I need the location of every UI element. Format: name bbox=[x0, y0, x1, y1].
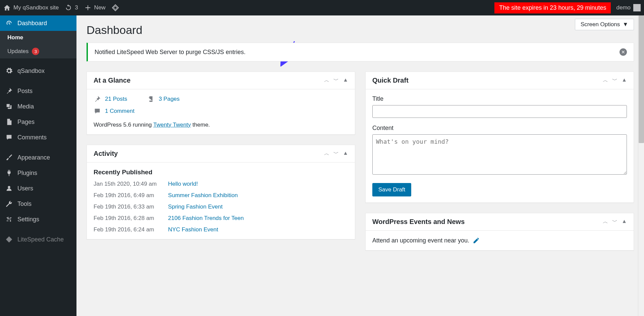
user-name: demo bbox=[616, 4, 631, 11]
title-input[interactable] bbox=[372, 105, 627, 118]
caret-up-icon[interactable]: ▲ bbox=[622, 77, 627, 84]
activity-post-link[interactable]: Spring Fashion Event bbox=[168, 204, 348, 210]
menu-media[interactable]: Media bbox=[0, 99, 76, 114]
save-draft-button[interactable]: Save Draft bbox=[372, 183, 411, 196]
glance-comments[interactable]: 1 Comment bbox=[94, 107, 135, 115]
quick-draft-widget: Quick Draft ︿ ﹀ ▲ Title Content bbox=[365, 72, 634, 203]
updates-link[interactable]: 3 bbox=[65, 4, 78, 11]
menu-dashboard[interactable]: Dashboard bbox=[0, 15, 76, 31]
sliders-icon bbox=[5, 216, 13, 223]
chevron-up-icon[interactable]: ︿ bbox=[603, 218, 608, 225]
menu-plugins[interactable]: Plugins bbox=[0, 165, 76, 181]
glance-posts-label: 21 Posts bbox=[105, 96, 127, 102]
menu-tools-label: Tools bbox=[17, 200, 32, 208]
theme-link[interactable]: Twenty Twenty bbox=[153, 122, 191, 128]
pencil-icon[interactable] bbox=[473, 237, 480, 244]
menu-pages[interactable]: Pages bbox=[0, 114, 76, 130]
glance-comments-label: 1 Comment bbox=[105, 108, 135, 115]
caret-up-icon[interactable]: ▲ bbox=[622, 218, 627, 225]
at-a-glance-title: At a Glance bbox=[94, 77, 130, 84]
dashboard-icon bbox=[5, 19, 13, 27]
menu-posts[interactable]: Posts bbox=[0, 83, 76, 99]
main-content: Screen Options ▼ Dashboard Notified Lite… bbox=[76, 15, 644, 264]
activity-widget: Activity ︿ ﹀ ▲ Recently Published Jan 15… bbox=[87, 145, 355, 239]
gear-icon bbox=[5, 67, 13, 75]
chevron-down-icon: ▼ bbox=[623, 21, 628, 28]
page-icon bbox=[5, 118, 13, 126]
screen-options-button[interactable]: Screen Options ▼ bbox=[575, 19, 634, 30]
notice-dismiss-button[interactable]: ✕ bbox=[620, 48, 627, 56]
menu-litespeed-label: LiteSpeed Cache bbox=[17, 236, 64, 243]
litespeed-toolbar[interactable] bbox=[112, 4, 119, 11]
chevron-up-icon[interactable]: ︿ bbox=[324, 77, 329, 84]
events-widget: WordPress Events and News ︿ ﹀ ▲ Attend a… bbox=[365, 213, 634, 251]
home-icon bbox=[3, 4, 11, 11]
new-label: New bbox=[94, 4, 106, 11]
menu-appearance-label: Appearance bbox=[17, 154, 50, 161]
menu-users[interactable]: Users bbox=[0, 181, 76, 196]
media-icon bbox=[5, 103, 13, 110]
site-link[interactable]: My qSandbox site bbox=[3, 4, 59, 11]
submenu-home[interactable]: Home bbox=[0, 31, 76, 44]
menu-tools[interactable]: Tools bbox=[0, 196, 76, 212]
glance-pages[interactable]: 3 Pages bbox=[147, 95, 179, 103]
chevron-down-icon[interactable]: ﹀ bbox=[333, 150, 339, 157]
expire-banner: The site expires in 23 hours, 29 minutes bbox=[494, 2, 611, 13]
menu-pages-label: Pages bbox=[17, 119, 35, 126]
updates-badge: 3 bbox=[32, 48, 39, 55]
new-link[interactable]: New bbox=[84, 4, 106, 11]
menu-litespeed[interactable]: LiteSpeed Cache bbox=[0, 232, 76, 247]
admin-sidebar: Dashboard Home Updates 3 qSandbox Posts … bbox=[0, 15, 76, 264]
user-icon bbox=[5, 185, 13, 192]
updates-count: 3 bbox=[75, 4, 78, 11]
activity-date: Feb 19th 2016, 6:24 am bbox=[94, 226, 157, 233]
activity-post-link[interactable]: Hello world! bbox=[168, 181, 348, 187]
glance-posts[interactable]: 21 Posts bbox=[94, 95, 127, 103]
pin-icon bbox=[5, 87, 13, 95]
user-avatar-icon bbox=[633, 4, 641, 11]
brush-icon bbox=[5, 154, 13, 161]
wrench-icon bbox=[5, 200, 13, 208]
wp-version-text: WordPress 5.6 running Twenty Twenty them… bbox=[94, 122, 348, 128]
caret-up-icon[interactable]: ▲ bbox=[343, 77, 348, 84]
menu-users-label: Users bbox=[17, 185, 33, 192]
events-title: WordPress Events and News bbox=[372, 218, 465, 226]
plug-icon bbox=[5, 169, 13, 177]
activity-post-link[interactable]: NYC Fashion Event bbox=[168, 226, 348, 233]
admin-bar: My qSandbox site 3 New The site expires … bbox=[0, 0, 644, 15]
activity-post-link[interactable]: Summer Fashion Exhibition bbox=[168, 192, 348, 199]
pages-icon bbox=[147, 95, 155, 103]
caret-up-icon[interactable]: ▲ bbox=[343, 150, 348, 157]
activity-post-link[interactable]: 2106 Fashion Trends for Teen bbox=[168, 215, 348, 222]
page-title: Dashboard bbox=[87, 15, 634, 43]
chevron-down-icon[interactable]: ﹀ bbox=[333, 77, 339, 84]
menu-comments[interactable]: Comments bbox=[0, 130, 76, 145]
menu-comments-label: Comments bbox=[17, 134, 47, 141]
menu-dashboard-label: Dashboard bbox=[17, 20, 47, 27]
litespeed-icon bbox=[5, 236, 13, 243]
menu-qsandbox-label: qSandbox bbox=[17, 67, 45, 75]
chevron-down-icon[interactable]: ﹀ bbox=[612, 77, 618, 84]
diamond-icon bbox=[112, 4, 119, 11]
menu-settings[interactable]: Settings bbox=[0, 212, 76, 227]
site-name: My qSandbox site bbox=[13, 4, 59, 11]
chevron-up-icon[interactable]: ︿ bbox=[324, 150, 329, 157]
notice-success: Notified LiteSpeed Web Server to purge C… bbox=[87, 43, 634, 61]
plus-icon bbox=[84, 4, 92, 11]
scrollbar[interactable] bbox=[638, 15, 644, 264]
screen-options-label: Screen Options bbox=[581, 21, 620, 28]
user-menu[interactable]: demo bbox=[616, 4, 641, 11]
comment-icon bbox=[5, 134, 13, 141]
menu-qsandbox[interactable]: qSandbox bbox=[0, 63, 76, 79]
menu-settings-label: Settings bbox=[17, 216, 39, 223]
menu-plugins-label: Plugins bbox=[17, 170, 37, 177]
title-label: Title bbox=[372, 95, 627, 102]
at-a-glance-widget: At a Glance ︿ ﹀ ▲ 21 Posts bbox=[87, 72, 355, 135]
content-textarea[interactable] bbox=[372, 134, 627, 175]
menu-appearance[interactable]: Appearance bbox=[0, 150, 76, 165]
chevron-up-icon[interactable]: ︿ bbox=[603, 77, 608, 84]
content-label: Content bbox=[372, 125, 627, 132]
activity-date: Feb 19th 2016, 6:28 am bbox=[94, 215, 157, 222]
submenu-updates[interactable]: Updates 3 bbox=[0, 44, 76, 58]
chevron-down-icon[interactable]: ﹀ bbox=[612, 218, 618, 225]
